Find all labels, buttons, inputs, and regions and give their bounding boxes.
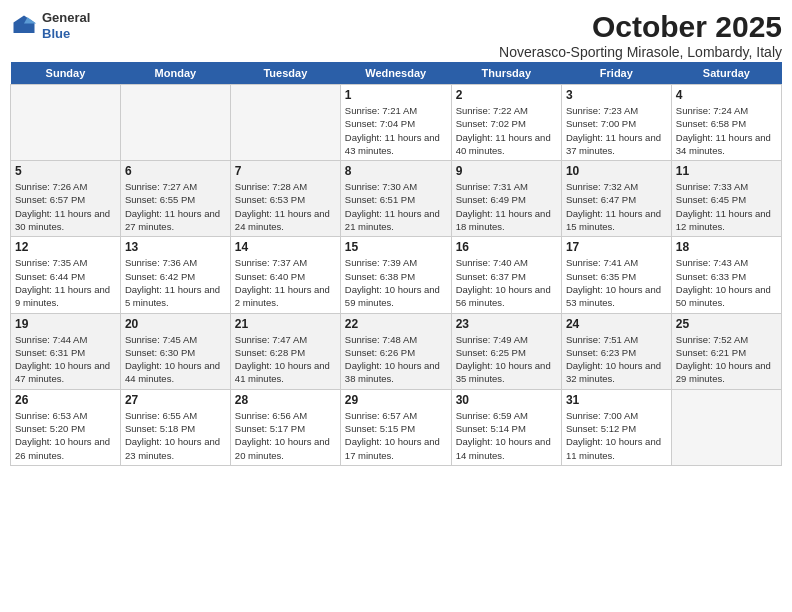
cell-daylight-info: Sunrise: 7:37 AM Sunset: 6:40 PM Dayligh… xyxy=(235,256,336,309)
day-header-friday: Friday xyxy=(561,62,671,85)
calendar-cell: 16Sunrise: 7:40 AM Sunset: 6:37 PM Dayli… xyxy=(451,237,561,313)
week-row-4: 19Sunrise: 7:44 AM Sunset: 6:31 PM Dayli… xyxy=(11,313,782,389)
cell-daylight-info: Sunrise: 7:49 AM Sunset: 6:25 PM Dayligh… xyxy=(456,333,557,386)
date-number: 26 xyxy=(15,393,116,407)
day-header-sunday: Sunday xyxy=(11,62,121,85)
date-number: 25 xyxy=(676,317,777,331)
date-number: 8 xyxy=(345,164,447,178)
calendar-cell xyxy=(11,85,121,161)
cell-daylight-info: Sunrise: 7:43 AM Sunset: 6:33 PM Dayligh… xyxy=(676,256,777,309)
svg-marker-0 xyxy=(14,15,35,33)
date-number: 27 xyxy=(125,393,226,407)
title-block: October 2025 Noverasco-Sporting Mirasole… xyxy=(499,10,782,60)
calendar-cell: 9Sunrise: 7:31 AM Sunset: 6:49 PM Daylig… xyxy=(451,161,561,237)
calendar-cell: 5Sunrise: 7:26 AM Sunset: 6:57 PM Daylig… xyxy=(11,161,121,237)
cell-daylight-info: Sunrise: 6:55 AM Sunset: 5:18 PM Dayligh… xyxy=(125,409,226,462)
calendar-cell: 8Sunrise: 7:30 AM Sunset: 6:51 PM Daylig… xyxy=(340,161,451,237)
cell-daylight-info: Sunrise: 7:48 AM Sunset: 6:26 PM Dayligh… xyxy=(345,333,447,386)
cell-daylight-info: Sunrise: 7:36 AM Sunset: 6:42 PM Dayligh… xyxy=(125,256,226,309)
calendar-cell: 26Sunrise: 6:53 AM Sunset: 5:20 PM Dayli… xyxy=(11,389,121,465)
calendar-cell xyxy=(671,389,781,465)
date-number: 19 xyxy=(15,317,116,331)
date-number: 14 xyxy=(235,240,336,254)
page-header: General Blue October 2025 Noverasco-Spor… xyxy=(10,10,782,60)
logo-general: General xyxy=(42,10,90,26)
calendar-cell: 19Sunrise: 7:44 AM Sunset: 6:31 PM Dayli… xyxy=(11,313,121,389)
date-number: 12 xyxy=(15,240,116,254)
calendar-cell: 28Sunrise: 6:56 AM Sunset: 5:17 PM Dayli… xyxy=(230,389,340,465)
calendar-cell: 20Sunrise: 7:45 AM Sunset: 6:30 PM Dayli… xyxy=(120,313,230,389)
cell-daylight-info: Sunrise: 6:57 AM Sunset: 5:15 PM Dayligh… xyxy=(345,409,447,462)
date-number: 3 xyxy=(566,88,667,102)
calendar-title: October 2025 xyxy=(499,10,782,44)
date-number: 24 xyxy=(566,317,667,331)
calendar-cell: 22Sunrise: 7:48 AM Sunset: 6:26 PM Dayli… xyxy=(340,313,451,389)
cell-daylight-info: Sunrise: 6:59 AM Sunset: 5:14 PM Dayligh… xyxy=(456,409,557,462)
date-number: 5 xyxy=(15,164,116,178)
days-header-row: SundayMondayTuesdayWednesdayThursdayFrid… xyxy=(11,62,782,85)
calendar-cell: 31Sunrise: 7:00 AM Sunset: 5:12 PM Dayli… xyxy=(561,389,671,465)
cell-daylight-info: Sunrise: 7:41 AM Sunset: 6:35 PM Dayligh… xyxy=(566,256,667,309)
date-number: 10 xyxy=(566,164,667,178)
day-header-tuesday: Tuesday xyxy=(230,62,340,85)
date-number: 17 xyxy=(566,240,667,254)
calendar-cell xyxy=(230,85,340,161)
cell-daylight-info: Sunrise: 7:31 AM Sunset: 6:49 PM Dayligh… xyxy=(456,180,557,233)
date-number: 13 xyxy=(125,240,226,254)
cell-daylight-info: Sunrise: 7:21 AM Sunset: 7:04 PM Dayligh… xyxy=(345,104,447,157)
cell-daylight-info: Sunrise: 7:26 AM Sunset: 6:57 PM Dayligh… xyxy=(15,180,116,233)
calendar-cell: 6Sunrise: 7:27 AM Sunset: 6:55 PM Daylig… xyxy=(120,161,230,237)
date-number: 31 xyxy=(566,393,667,407)
calendar-cell: 27Sunrise: 6:55 AM Sunset: 5:18 PM Dayli… xyxy=(120,389,230,465)
cell-daylight-info: Sunrise: 7:24 AM Sunset: 6:58 PM Dayligh… xyxy=(676,104,777,157)
calendar-cell: 12Sunrise: 7:35 AM Sunset: 6:44 PM Dayli… xyxy=(11,237,121,313)
cell-daylight-info: Sunrise: 7:39 AM Sunset: 6:38 PM Dayligh… xyxy=(345,256,447,309)
day-header-saturday: Saturday xyxy=(671,62,781,85)
cell-daylight-info: Sunrise: 7:32 AM Sunset: 6:47 PM Dayligh… xyxy=(566,180,667,233)
calendar-cell: 29Sunrise: 6:57 AM Sunset: 5:15 PM Dayli… xyxy=(340,389,451,465)
cell-daylight-info: Sunrise: 7:35 AM Sunset: 6:44 PM Dayligh… xyxy=(15,256,116,309)
cell-daylight-info: Sunrise: 7:52 AM Sunset: 6:21 PM Dayligh… xyxy=(676,333,777,386)
calendar-table: SundayMondayTuesdayWednesdayThursdayFrid… xyxy=(10,62,782,466)
calendar-cell: 14Sunrise: 7:37 AM Sunset: 6:40 PM Dayli… xyxy=(230,237,340,313)
date-number: 20 xyxy=(125,317,226,331)
day-header-thursday: Thursday xyxy=(451,62,561,85)
date-number: 15 xyxy=(345,240,447,254)
logo-blue: Blue xyxy=(42,26,90,42)
calendar-cell: 3Sunrise: 7:23 AM Sunset: 7:00 PM Daylig… xyxy=(561,85,671,161)
cell-daylight-info: Sunrise: 7:33 AM Sunset: 6:45 PM Dayligh… xyxy=(676,180,777,233)
calendar-subtitle: Noverasco-Sporting Mirasole, Lombardy, I… xyxy=(499,44,782,60)
date-number: 29 xyxy=(345,393,447,407)
cell-daylight-info: Sunrise: 7:51 AM Sunset: 6:23 PM Dayligh… xyxy=(566,333,667,386)
cell-daylight-info: Sunrise: 7:28 AM Sunset: 6:53 PM Dayligh… xyxy=(235,180,336,233)
calendar-cell: 17Sunrise: 7:41 AM Sunset: 6:35 PM Dayli… xyxy=(561,237,671,313)
date-number: 23 xyxy=(456,317,557,331)
day-header-monday: Monday xyxy=(120,62,230,85)
date-number: 18 xyxy=(676,240,777,254)
calendar-cell: 21Sunrise: 7:47 AM Sunset: 6:28 PM Dayli… xyxy=(230,313,340,389)
date-number: 30 xyxy=(456,393,557,407)
calendar-cell: 1Sunrise: 7:21 AM Sunset: 7:04 PM Daylig… xyxy=(340,85,451,161)
calendar-cell: 4Sunrise: 7:24 AM Sunset: 6:58 PM Daylig… xyxy=(671,85,781,161)
date-number: 22 xyxy=(345,317,447,331)
week-row-5: 26Sunrise: 6:53 AM Sunset: 5:20 PM Dayli… xyxy=(11,389,782,465)
calendar-cell: 15Sunrise: 7:39 AM Sunset: 6:38 PM Dayli… xyxy=(340,237,451,313)
calendar-cell xyxy=(120,85,230,161)
cell-daylight-info: Sunrise: 7:47 AM Sunset: 6:28 PM Dayligh… xyxy=(235,333,336,386)
calendar-cell: 7Sunrise: 7:28 AM Sunset: 6:53 PM Daylig… xyxy=(230,161,340,237)
cell-daylight-info: Sunrise: 7:40 AM Sunset: 6:37 PM Dayligh… xyxy=(456,256,557,309)
date-number: 1 xyxy=(345,88,447,102)
date-number: 11 xyxy=(676,164,777,178)
date-number: 9 xyxy=(456,164,557,178)
cell-daylight-info: Sunrise: 7:30 AM Sunset: 6:51 PM Dayligh… xyxy=(345,180,447,233)
week-row-1: 1Sunrise: 7:21 AM Sunset: 7:04 PM Daylig… xyxy=(11,85,782,161)
date-number: 2 xyxy=(456,88,557,102)
calendar-cell: 18Sunrise: 7:43 AM Sunset: 6:33 PM Dayli… xyxy=(671,237,781,313)
cell-daylight-info: Sunrise: 7:44 AM Sunset: 6:31 PM Dayligh… xyxy=(15,333,116,386)
calendar-cell: 13Sunrise: 7:36 AM Sunset: 6:42 PM Dayli… xyxy=(120,237,230,313)
date-number: 6 xyxy=(125,164,226,178)
cell-daylight-info: Sunrise: 6:56 AM Sunset: 5:17 PM Dayligh… xyxy=(235,409,336,462)
cell-daylight-info: Sunrise: 7:27 AM Sunset: 6:55 PM Dayligh… xyxy=(125,180,226,233)
date-number: 28 xyxy=(235,393,336,407)
calendar-cell: 24Sunrise: 7:51 AM Sunset: 6:23 PM Dayli… xyxy=(561,313,671,389)
